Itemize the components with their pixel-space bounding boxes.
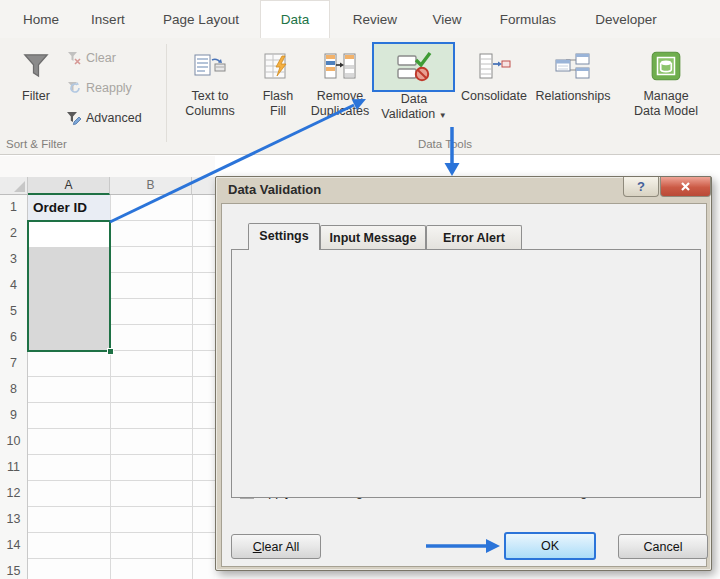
manage-data-model-button[interactable]: Manage Data Model — [620, 43, 712, 143]
data-tools-group-label: Data Tools — [380, 138, 510, 150]
ribbon-tab-developer[interactable]: Developer — [584, 0, 668, 38]
data-validation-icon — [394, 50, 434, 84]
row-header-13[interactable]: 13 — [0, 507, 28, 533]
text-to-columns-icon — [193, 43, 227, 89]
select-all-corner[interactable] — [0, 177, 28, 195]
ribbon-tab-formulas[interactable]: Formulas — [488, 0, 568, 38]
text-to-columns-button[interactable]: Text to Columns — [172, 43, 248, 143]
ribbon-tab-insert[interactable]: Insert — [80, 0, 136, 38]
ribbon-tab-data[interactable]: Data — [260, 0, 330, 38]
manage-data-model-label-2: Data Model — [634, 104, 698, 119]
dialog-close-button[interactable] — [660, 177, 711, 197]
data-validation-label-2: Validation ▼ — [381, 107, 446, 123]
manage-data-model-icon — [649, 43, 683, 89]
row-header-14[interactable]: 14 — [0, 533, 28, 559]
row-header-10[interactable]: 10 — [0, 429, 28, 455]
clear-filter-label: Clear — [86, 51, 116, 65]
row-header-6[interactable]: 6 — [0, 325, 28, 351]
ribbon: Filter Clear Reapply Advanced Sort & Fil… — [0, 38, 720, 155]
consolidate-icon — [477, 43, 511, 89]
sheet-row-14: 14 — [0, 533, 215, 559]
dialog-help-button[interactable]: ? — [623, 177, 659, 197]
data-validation-dropdown-caret-icon: ▼ — [439, 111, 447, 120]
close-icon — [680, 181, 691, 192]
worksheet-grid: A B 1 2 3 4 5 6 7 8 9 10 11 12 13 14 15 … — [0, 156, 215, 579]
tab-settings[interactable]: Settings — [248, 223, 320, 250]
reapply-filter-label: Reapply — [86, 81, 132, 95]
advanced-filter-button[interactable]: Advanced — [66, 110, 142, 126]
sheet-row-9: 9 — [0, 403, 215, 429]
text-to-columns-label-1: Text to — [192, 89, 229, 104]
column-header-a[interactable]: A — [28, 177, 110, 195]
sheet-row-12: 12 — [0, 481, 215, 507]
data-validation-button[interactable]: Data Validation ▼ — [374, 92, 454, 140]
reapply-filter-button[interactable]: Reapply — [66, 80, 132, 96]
clear-filter-icon — [66, 50, 82, 66]
selected-range-a2-a6[interactable] — [27, 220, 111, 352]
row-header-2[interactable]: 2 — [0, 221, 28, 247]
cancel-button[interactable]: Cancel — [618, 534, 708, 559]
sheet-row-15: 15 — [0, 559, 215, 579]
row-header-12[interactable]: 12 — [0, 481, 28, 507]
sheet-row-13: 13 — [0, 507, 215, 533]
cell-a1[interactable]: Order ID — [28, 195, 110, 221]
clear-filter-button[interactable]: Clear — [66, 50, 116, 66]
tab-input-message[interactable]: Input Message — [320, 225, 426, 250]
row-header-4[interactable]: 4 — [0, 273, 28, 299]
data-validation-dialog: Data Validation ? Settings Input Message… — [215, 176, 712, 571]
ribbon-group-separator — [166, 44, 167, 142]
tab-error-alert[interactable]: Error Alert — [426, 225, 522, 250]
text-to-columns-label-2: Columns — [185, 104, 234, 119]
ribbon-tab-view[interactable]: View — [422, 0, 472, 38]
relationships-label: Relationships — [535, 89, 610, 104]
row-header-11[interactable]: 11 — [0, 455, 28, 481]
select-all-triangle-icon — [14, 181, 25, 192]
data-validation-label-1: Data — [401, 92, 427, 107]
flash-fill-icon — [262, 43, 294, 89]
remove-duplicates-button[interactable]: Remove Duplicates — [306, 43, 374, 143]
flash-fill-button[interactable]: Flash Fill — [250, 43, 306, 143]
sheet-row-10: 10 — [0, 429, 215, 455]
flash-fill-label-2: Fill — [270, 104, 286, 119]
flash-fill-label-1: Flash — [263, 89, 294, 104]
row-header-1[interactable]: 1 — [0, 195, 28, 221]
settings-tab-panel — [231, 249, 701, 498]
filter-label: Filter — [22, 89, 50, 104]
column-header-b[interactable]: B — [110, 177, 192, 195]
remove-duplicates-icon — [323, 43, 357, 89]
sheet-row-8: 8 — [0, 377, 215, 403]
clear-all-button[interactable]: Clear All — [231, 534, 321, 559]
selected-cells-a3-a6[interactable] — [29, 247, 109, 350]
row-header-15[interactable]: 15 — [0, 559, 28, 579]
remove-duplicates-label-1: Remove — [317, 89, 364, 104]
fill-handle[interactable] — [107, 348, 114, 355]
help-icon: ? — [637, 179, 645, 194]
sort-filter-group-label: Sort & Filter — [6, 138, 67, 150]
relationships-icon — [554, 43, 592, 89]
row-header-5[interactable]: 5 — [0, 299, 28, 325]
consolidate-button[interactable]: Consolidate — [458, 43, 530, 143]
data-validation-highlight-box — [372, 42, 455, 92]
relationships-button[interactable]: Relationships — [532, 43, 614, 143]
ribbon-tab-page-layout[interactable]: Page Layout — [150, 0, 252, 38]
ribbon-tab-home[interactable]: Home — [12, 0, 70, 38]
column-header-c-partial[interactable] — [192, 177, 215, 195]
row-header-8[interactable]: 8 — [0, 377, 28, 403]
active-cell-a2[interactable] — [29, 222, 109, 247]
column-header-row: A B — [0, 177, 215, 195]
row-header-3[interactable]: 3 — [0, 247, 28, 273]
manage-data-model-label-1: Manage — [643, 89, 688, 104]
consolidate-label: Consolidate — [461, 89, 527, 104]
formula-bar-gap — [0, 156, 215, 177]
ok-button[interactable]: OK — [504, 532, 596, 560]
dialog-title: Data Validation — [228, 182, 321, 197]
ribbon-tab-review[interactable]: Review — [344, 0, 406, 38]
gridline-col-b-c — [192, 195, 193, 579]
filter-funnel-icon — [21, 43, 51, 89]
ribbon-tab-row: Home Insert Page Layout Data Review View… — [0, 0, 720, 38]
filter-button[interactable]: Filter — [10, 43, 62, 143]
row-header-9[interactable]: 9 — [0, 403, 28, 429]
row-header-7[interactable]: 7 — [0, 351, 28, 377]
excel-window: Home Insert Page Layout Data Review View… — [0, 0, 720, 579]
advanced-filter-icon — [66, 110, 82, 126]
